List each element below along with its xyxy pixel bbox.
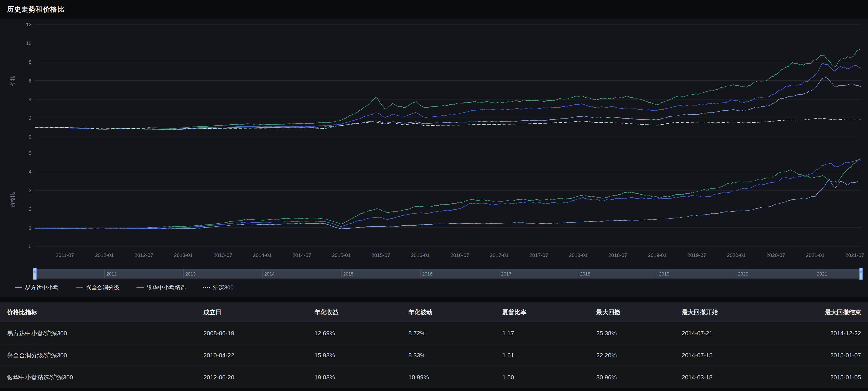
x-tick-label: 2021-01 <box>806 252 825 258</box>
legend-item-label: 易方达中小盘 <box>25 284 59 291</box>
cell-annualized-return: 12.69% <box>314 330 408 337</box>
y-tick-label: 12 <box>26 22 32 27</box>
y-tick-label: 6 <box>29 78 32 84</box>
x-tick-label: 2013-01 <box>174 252 193 258</box>
date-range-slider[interactable]: 2012201320142015201620172018201920202021 <box>35 269 861 279</box>
x-tick-label: 2020-01 <box>727 252 746 258</box>
series-line-yinhua-mid-small-cap <box>148 49 860 128</box>
legend-item-csi300[interactable]: 沪深300 <box>203 284 234 291</box>
x-tick-label: 2011-07 <box>56 252 74 258</box>
x-tick-label: 2018-01 <box>569 252 588 258</box>
slider-year-label: 2018 <box>580 271 590 277</box>
series-line-efunds-csi300-ratio <box>35 179 861 229</box>
y-tick-label: 0 <box>29 134 32 140</box>
slider-year-tick <box>262 269 263 278</box>
cell-sharpe-ratio: 1.17 <box>502 330 596 337</box>
slider-year-tick <box>657 269 657 278</box>
cell-annualized-volatility: 8.33% <box>408 352 502 359</box>
y-tick-label: 2 <box>29 115 32 121</box>
slider-year-label: 2012 <box>106 271 117 277</box>
cell-annualized-volatility: 8.72% <box>408 330 502 337</box>
x-tick-label: 2013-07 <box>214 252 232 258</box>
slider-year-label: 2019 <box>659 271 669 277</box>
col-header-max-drawdown-start: 最大回撤开始 <box>682 308 776 316</box>
cell-metric: 银华中小盘精选/沪深300 <box>7 373 203 382</box>
x-tick-label: 2015-01 <box>332 252 351 258</box>
cell-max-drawdown: 25.38% <box>596 330 682 337</box>
table-row: 银华中小盘精选/沪深300 2012-06-20 19.03% 10.99% 1… <box>0 366 868 388</box>
y-tick-label: 5 <box>29 150 32 156</box>
slider-year-label: 2016 <box>422 271 433 277</box>
slider-year-tick <box>183 269 184 278</box>
series-line-xingquan-herun <box>35 64 861 130</box>
slider-year-tick <box>341 269 342 278</box>
x-tick-label: 2014-07 <box>292 252 311 258</box>
chart-legend: 易方达中小盘兴全合润分级银华中小盘精选沪深300 <box>15 283 234 293</box>
cell-sharpe-ratio: 1.50 <box>502 374 596 381</box>
y-axis-name: 价格比 <box>10 192 16 207</box>
col-header-annualized-return: 年化收益 <box>314 308 408 316</box>
legend-item-label: 银华中小盘精选 <box>147 284 186 291</box>
y-tick-label: 2 <box>29 206 32 212</box>
y-tick-label: 1 <box>29 225 32 231</box>
cell-annualized-return: 15.93% <box>314 352 408 359</box>
y-tick-label: 0 <box>29 243 32 249</box>
x-tick-label: 2012-01 <box>95 252 114 258</box>
title-bar: 历史走势和价格比 <box>0 0 868 19</box>
series-line-xingquan-csi300-ratio <box>35 159 861 229</box>
series-line-efunds-mid-small-cap <box>35 77 861 130</box>
x-tick-label: 2012-07 <box>134 252 153 258</box>
cell-sharpe-ratio: 1.61 <box>502 352 596 359</box>
slider-handle-right[interactable] <box>859 268 863 280</box>
legend-line-icon <box>76 287 83 288</box>
slider-year-label: 2015 <box>343 271 354 277</box>
slider-year-label: 2020 <box>738 271 748 277</box>
y-tick-label: 8 <box>29 59 32 65</box>
col-header-metric: 价格比指标 <box>7 308 203 316</box>
y-tick-label: 3 <box>29 188 32 193</box>
cell-max-drawdown-end: 2015-01-05 <box>776 374 861 381</box>
legend-item-efunds-mid-small-cap[interactable]: 易方达中小盘 <box>15 284 59 291</box>
legend-line-icon <box>136 287 144 288</box>
slider-year-label: 2013 <box>185 271 196 277</box>
cell-max-drawdown: 22.20% <box>596 352 682 359</box>
x-tick-label: 2021-07 <box>845 252 864 258</box>
series-line-csi300 <box>35 118 861 129</box>
x-tick-label: 2019-01 <box>648 252 667 258</box>
page-title: 历史走势和价格比 <box>7 5 64 14</box>
x-tick-label: 2018-07 <box>608 252 627 258</box>
legend-item-label: 沪深300 <box>213 284 234 291</box>
cell-max-drawdown-start: 2014-07-15 <box>682 352 776 359</box>
cell-max-drawdown: 30.96% <box>596 374 682 381</box>
legend-line-icon <box>15 287 22 288</box>
y-tick-label: 4 <box>29 96 32 102</box>
slider-year-tick <box>420 269 421 278</box>
table-row: 兴全合润分级/沪深300 2010-04-22 15.93% 8.33% 1.6… <box>0 344 868 366</box>
cell-annualized-volatility: 10.99% <box>408 374 502 381</box>
col-header-annualized-volatility: 年化波动 <box>408 308 502 316</box>
cell-max-drawdown-start: 2014-03-18 <box>682 374 776 381</box>
metrics-table: 价格比指标 成立日 年化收益 年化波动 夏普比率 最大回撤 最大回撤开始 最大回… <box>0 302 868 388</box>
slider-selected-range[interactable] <box>35 269 861 278</box>
slider-year-label: 2017 <box>501 271 512 277</box>
x-tick-label: 2019-07 <box>687 252 706 258</box>
x-tick-label: 2020-07 <box>766 252 785 258</box>
x-tick-label: 2014-01 <box>253 252 272 258</box>
slider-year-label: 2014 <box>265 271 275 277</box>
x-tick-label: 2016-01 <box>411 252 430 258</box>
legend-item-xingquan-herun[interactable]: 兴全合润分级 <box>76 284 119 291</box>
series-line-yinhua-csi300-ratio <box>148 159 860 228</box>
table-row: 易方达中小盘/沪深300 2008-06-19 12.69% 8.72% 1.1… <box>0 322 868 344</box>
cell-inception-date: 2008-06-19 <box>203 330 314 337</box>
x-tick-label: 2015-07 <box>371 252 390 258</box>
legend-item-yinhua-mid-small-cap[interactable]: 银华中小盘精选 <box>136 284 186 291</box>
col-header-max-drawdown-end: 最大回撤结束 <box>776 308 861 316</box>
slider-handle-left[interactable] <box>33 268 37 280</box>
cell-max-drawdown-start: 2014-07-21 <box>682 330 776 337</box>
y-tick-label: 10 <box>26 40 32 46</box>
col-header-max-drawdown: 最大回撤 <box>596 308 682 316</box>
price-and-ratio-chart[interactable]: 024681012价格012345价格比2011-072012-012012-0… <box>0 19 868 264</box>
slider-year-tick <box>815 269 815 278</box>
cell-max-drawdown-end: 2015-01-07 <box>776 352 861 359</box>
x-tick-label: 2016-07 <box>451 252 469 258</box>
